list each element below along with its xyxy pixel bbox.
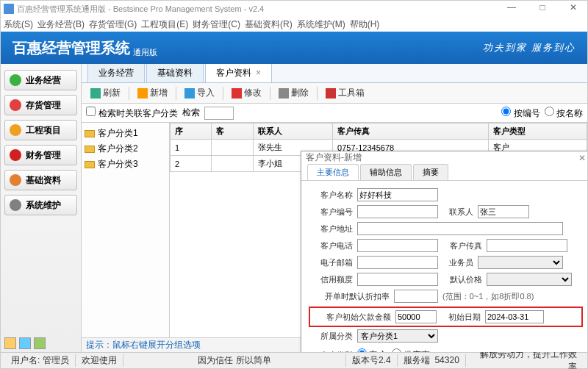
edit-button[interactable]: 修改	[227, 85, 266, 101]
discount-hint: (范围：0~1，如8折即0.8)	[442, 291, 534, 302]
fax-input[interactable]	[487, 239, 567, 252]
defprice-label: 默认价格	[438, 274, 482, 285]
plugin-icon[interactable]	[4, 337, 16, 349]
dialog-title-bar[interactable]: 客户资料-新增 ✕	[301, 151, 587, 164]
refresh-icon	[90, 88, 101, 98]
add-icon	[137, 88, 148, 98]
name-input[interactable]	[357, 188, 438, 201]
minimize-button[interactable]: —	[501, 2, 523, 15]
nav-业务经营[interactable]: 业务经营	[4, 70, 77, 90]
category-label: 所属分类	[312, 331, 353, 342]
nav-财务管理[interactable]: 财务管理	[4, 145, 77, 165]
tab-基础资料[interactable]: 基础资料	[146, 64, 204, 82]
app-window: 百惠经营管理系统通用版 - Bestsince Pro Management S…	[0, 0, 588, 369]
search-label: 检索	[182, 107, 200, 119]
status-bar: 用户名: 管理员 欢迎使用 因为信任 所以简单 版本号2.4 服务端 54320…	[1, 352, 587, 368]
email-label: 电子邮箱	[312, 257, 353, 268]
radio-by-name[interactable]: 按名称	[545, 107, 583, 120]
initdate-label: 初始日期	[437, 312, 481, 323]
sidebar: 业务经营存货管理工程项目财务管理基础资料系统维护	[1, 64, 82, 352]
type-supplier-radio[interactable]: 供应商	[392, 348, 430, 352]
contact-label: 联系人	[438, 207, 473, 218]
nav-工程项目[interactable]: 工程项目	[4, 120, 77, 140]
menu-item[interactable]: 业务经营(B)	[37, 18, 85, 31]
folder-icon	[85, 130, 95, 137]
email-input[interactable]	[357, 256, 438, 269]
radio-by-code[interactable]: 按编号	[501, 107, 539, 120]
close-button[interactable]: ✕	[562, 2, 584, 15]
app-icon	[4, 4, 14, 14]
link-category-checkbox[interactable]: 检索时关联客户分类	[86, 107, 178, 120]
nav-icon	[10, 174, 21, 186]
maximize-button[interactable]: □	[531, 2, 553, 15]
search-input[interactable]	[204, 107, 234, 120]
nav-icon	[10, 74, 21, 86]
fax-label: 客户传真	[438, 240, 482, 251]
info-icon[interactable]	[34, 337, 46, 349]
defprice-select[interactable]	[487, 273, 572, 286]
menu-item[interactable]: 系统维护(M)	[297, 18, 345, 31]
addr-input[interactable]	[357, 222, 563, 235]
dialog-tab-1[interactable]: 辅助信息	[360, 164, 412, 180]
col-header[interactable]: 客	[212, 123, 253, 140]
code-input[interactable]	[357, 205, 438, 218]
dialog-tabs: 主要信息辅助信息摘要	[301, 164, 587, 181]
category-select[interactable]: 客户分类1	[357, 329, 438, 343]
menu-item[interactable]: 帮助(H)	[350, 18, 380, 31]
sales-label: 业务员	[438, 257, 473, 268]
brand-title: 百惠经营管理系统	[12, 38, 130, 58]
col-header[interactable]: 客户传真	[333, 123, 489, 140]
tel-label: 客户电话	[312, 240, 353, 251]
tree-item[interactable]: 客户分类2	[85, 141, 166, 157]
addr-label: 客户地址	[312, 223, 353, 234]
tab-业务经营[interactable]: 业务经营	[87, 64, 145, 82]
dialog-tab-0[interactable]: 主要信息	[307, 164, 359, 180]
toolbox-button[interactable]: 工具箱	[321, 85, 369, 101]
col-header[interactable]: 序	[171, 123, 212, 140]
tree-item[interactable]: 客户分类1	[85, 126, 166, 141]
sidebar-footer-icons	[4, 337, 77, 349]
dialog-tab-2[interactable]: 摘要	[413, 164, 448, 180]
menu-item[interactable]: 财务管理(C)	[193, 18, 240, 31]
col-header[interactable]: 客户类型	[488, 123, 587, 140]
delete-button[interactable]: 删除	[274, 85, 313, 101]
sales-select[interactable]	[478, 256, 563, 269]
dialog-body: 客户名称 客户编号联系人 客户地址 客户电话客户传真 电子邮箱业务员 信用额度默…	[301, 181, 587, 352]
import-button[interactable]: 导入	[180, 85, 219, 101]
help-icon[interactable]	[19, 337, 31, 349]
name-label: 客户名称	[312, 190, 353, 201]
nav-存货管理[interactable]: 存货管理	[4, 95, 77, 115]
nav-icon	[10, 99, 21, 111]
toolbox-icon	[326, 88, 336, 98]
menu-item[interactable]: 存货管理(G)	[89, 18, 137, 31]
nav-系统维护[interactable]: 系统维护	[4, 195, 77, 215]
type-customer-radio[interactable]: 客户	[357, 348, 387, 352]
tel-input[interactable]	[357, 239, 438, 252]
toolbar: 刷新新增导入修改删除工具箱	[82, 83, 587, 104]
tab-客户资料[interactable]: 客户资料×	[205, 64, 272, 82]
discount-input[interactable]	[394, 290, 438, 303]
credit-label: 信用额度	[312, 274, 353, 285]
category-tree: 客户分类1客户分类2客户分类3	[82, 123, 170, 337]
col-header[interactable]: 联系人	[253, 123, 332, 140]
initdate-input[interactable]	[485, 310, 544, 323]
dialog-close-icon[interactable]: ✕	[578, 153, 586, 163]
edit-icon	[232, 88, 242, 98]
discount-label: 开单时默认折扣率	[312, 291, 390, 302]
menu-item[interactable]: 基础资料(R)	[245, 18, 293, 31]
folder-icon	[85, 161, 95, 168]
credit-input[interactable]	[357, 273, 438, 286]
brand-bar: 百惠经营管理系统 通用版 功夫到家 服务到心	[1, 32, 587, 64]
brand-subtitle: 通用版	[133, 47, 157, 58]
menu-item[interactable]: 系统(S)	[4, 18, 33, 31]
add-button[interactable]: 新增	[133, 85, 172, 101]
tab-close-icon[interactable]: ×	[256, 68, 261, 78]
tree-item[interactable]: 客户分类3	[85, 157, 166, 172]
filter-bar: 检索时关联客户分类 检索 按编号 按名称	[82, 104, 587, 123]
menu-item[interactable]: 工程项目(E)	[141, 18, 188, 31]
nav-基础资料[interactable]: 基础资料	[4, 170, 77, 190]
refresh-button[interactable]: 刷新	[86, 85, 125, 101]
initdebt-input[interactable]	[395, 310, 437, 323]
contact-input[interactable]	[478, 205, 529, 218]
titlebar: 百惠经营管理系统通用版 - Bestsince Pro Management S…	[1, 1, 587, 17]
